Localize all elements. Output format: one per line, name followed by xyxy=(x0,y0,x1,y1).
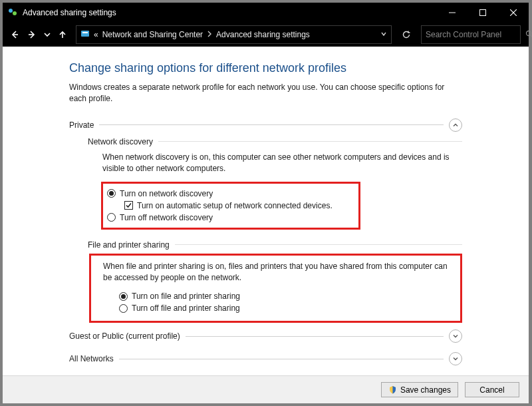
radio-fps-on[interactable]: Turn on file and printer sharing xyxy=(119,290,450,302)
window-title: Advanced sharing settings xyxy=(23,8,437,17)
address-bar[interactable]: « Network and Sharing Center Advanced sh… xyxy=(76,25,392,44)
section-all-networks-label: All Networks xyxy=(69,354,119,363)
window-frame: Advanced sharing settings « Netwo xyxy=(3,3,529,403)
cancel-button[interactable]: Cancel xyxy=(465,382,519,397)
svg-point-0 xyxy=(9,9,13,13)
breadcrumb-advanced-sharing[interactable]: Advanced sharing settings xyxy=(216,30,310,39)
radio-icon xyxy=(107,213,116,222)
address-dropdown-icon[interactable] xyxy=(380,30,387,39)
highlight-network-discovery: Turn on network discovery Turn on automa… xyxy=(101,182,360,230)
recent-locations-button[interactable] xyxy=(41,27,53,43)
radio-icon xyxy=(119,292,128,301)
back-button[interactable] xyxy=(7,27,23,43)
refresh-button[interactable] xyxy=(397,25,416,44)
close-button[interactable] xyxy=(498,3,529,23)
search-input[interactable] xyxy=(426,30,525,39)
search-box[interactable] xyxy=(421,25,521,44)
chevron-right-icon xyxy=(207,30,212,39)
svg-rect-3 xyxy=(480,10,486,16)
titlebar: Advanced sharing settings xyxy=(3,3,529,23)
subhead-file-printer: File and printer sharing xyxy=(88,240,462,250)
control-panel-icon xyxy=(80,29,90,41)
search-icon xyxy=(525,30,532,40)
forward-button[interactable] xyxy=(24,27,40,43)
chevron-down-icon[interactable] xyxy=(449,329,462,343)
highlight-file-printer: When file and printer sharing is on, fil… xyxy=(89,254,462,323)
svg-point-11 xyxy=(527,31,531,35)
section-private-header[interactable]: Private xyxy=(69,118,462,132)
checkbox-nd-autosetup[interactable]: Turn on automatic setup of network conne… xyxy=(124,200,352,212)
chevron-up-icon[interactable] xyxy=(449,118,462,132)
footer-bar: Save changes Cancel xyxy=(3,375,529,403)
maximize-button[interactable] xyxy=(467,3,498,23)
section-all-networks-header[interactable]: All Networks xyxy=(69,352,462,365)
network-discovery-desc: When network discovery is on, this compu… xyxy=(102,152,462,175)
page-description: Windows creates a separate network profi… xyxy=(69,82,462,105)
radio-icon xyxy=(119,304,128,313)
checkbox-icon xyxy=(124,201,133,210)
save-changes-button[interactable]: Save changes xyxy=(381,382,458,397)
page-title: Change sharing options for different net… xyxy=(69,61,462,75)
radio-fps-off[interactable]: Turn off file and printer sharing xyxy=(119,302,450,314)
breadcrumb-network-sharing[interactable]: Network and Sharing Center xyxy=(102,30,203,39)
section-guest-header[interactable]: Guest or Public (current profile) xyxy=(69,329,462,343)
section-guest-label: Guest or Public (current profile) xyxy=(69,331,186,341)
up-button[interactable] xyxy=(55,27,70,43)
radio-icon xyxy=(107,189,116,198)
file-printer-desc: When file and printer sharing is on, fil… xyxy=(103,261,450,284)
minimize-button[interactable] xyxy=(437,3,467,23)
svg-point-1 xyxy=(13,11,17,15)
chevron-down-icon[interactable] xyxy=(449,352,462,365)
app-icon xyxy=(8,8,17,17)
content-area: Change sharing options for different net… xyxy=(3,47,529,375)
section-private-label: Private xyxy=(69,120,99,130)
svg-rect-9 xyxy=(81,31,89,37)
radio-nd-on[interactable]: Turn on network discovery xyxy=(107,188,352,200)
svg-rect-10 xyxy=(82,32,88,33)
radio-nd-off[interactable]: Turn off network discovery xyxy=(107,212,352,224)
breadcrumb-prefix: « xyxy=(94,30,98,39)
shield-icon xyxy=(388,385,397,394)
subhead-network-discovery: Network discovery xyxy=(88,137,462,146)
navbar: « Network and Sharing Center Advanced sh… xyxy=(3,23,529,47)
